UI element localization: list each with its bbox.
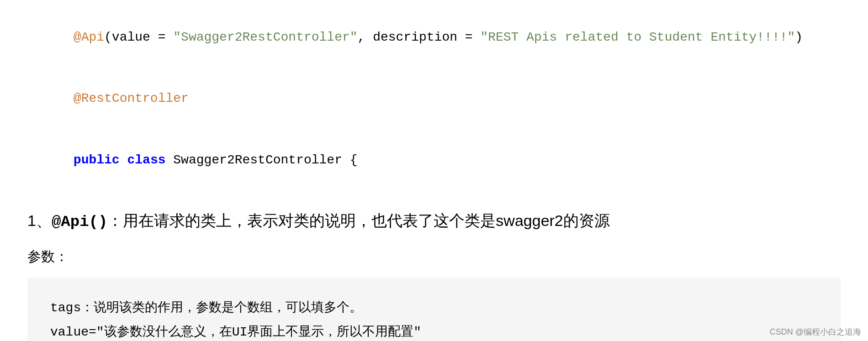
code-string-value: "Swagger2RestController" <box>173 30 357 44</box>
code-line-3: public class Swagger2RestController { <box>27 130 841 191</box>
param-line-value: value="该参数没什么意义，在UI界面上不显示，所以不用配置" <box>50 320 818 341</box>
code-plain-3: ) <box>795 30 803 44</box>
code-block: @Api(value = "Swagger2RestController", d… <box>27 5 841 191</box>
code-annotation-rest: @RestController <box>74 91 189 105</box>
code-keyword-class: class <box>127 153 165 167</box>
code-line-1: @Api(value = "Swagger2RestController", d… <box>27 7 841 68</box>
code-line-2: @RestController <box>27 68 841 129</box>
code-plain-1: (value = <box>104 30 173 44</box>
params-label: 参数： <box>27 247 841 266</box>
param-value-tags: 说明该类的作用，参数是个数组，可以填多个。 <box>94 301 362 315</box>
section-1-api-inline: @Api() <box>52 213 107 231</box>
code-string-desc: "REST Apis related to Student Entity!!!!… <box>480 30 795 44</box>
param-value-value: "该参数没什么意义，在UI界面上不显示，所以不用配置" <box>96 325 421 339</box>
code-keyword-public: public <box>74 153 120 167</box>
param-line-tags: tags：说明该类的作用，参数是个数组，可以填多个。 <box>50 296 818 320</box>
footer-watermark: CSDN @编程小白之追海 <box>770 326 861 337</box>
param-colon-tags: ： <box>81 301 94 315</box>
section-1-number: 1、 <box>27 212 52 229</box>
param-key-tags: tags <box>50 301 81 315</box>
param-key-value: value= <box>50 325 96 339</box>
code-annotation-api: @Api <box>74 30 104 44</box>
section-1-text: ：用在请求的类上，表示对类的说明，也代表了这个类是swagger2的资源 <box>107 212 609 229</box>
main-content: @Api(value = "Swagger2RestController", d… <box>0 0 868 341</box>
param-box: tags：说明该类的作用，参数是个数组，可以填多个。 value="该参数没什么… <box>27 278 841 341</box>
section-1-heading: 1、@Api()：用在请求的类上，表示对类的说明，也代表了这个类是swagger… <box>27 209 841 234</box>
code-plain-2: , description = <box>358 30 481 44</box>
